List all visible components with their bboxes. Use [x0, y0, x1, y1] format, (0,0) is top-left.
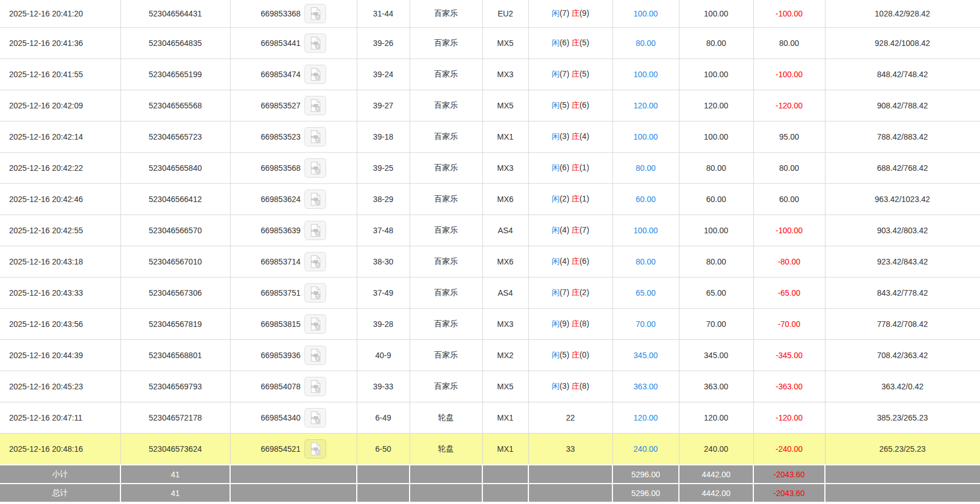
bet-time: 2025-12-16 20:44:39 — [0, 340, 120, 371]
valid-bet-amount[interactable]: 80.00 — [612, 28, 679, 59]
summary-empty-cell — [825, 465, 980, 484]
table-row: 2025-12-16 20:42:55 523046566570 6698536… — [0, 215, 980, 246]
round-number: 6-49 — [357, 402, 410, 434]
game-result: 闲(2) 庄(1) — [528, 184, 612, 215]
win-loss-amount: -70.00 — [753, 309, 825, 340]
valid-bet-amount[interactable]: 345.00 — [612, 340, 679, 371]
video-replay-icon — [309, 317, 322, 331]
video-replay-button[interactable] — [305, 127, 326, 146]
valid-bet-amount[interactable]: 80.00 — [612, 153, 679, 184]
valid-bet-amount[interactable]: 240.00 — [612, 434, 679, 465]
game-id-cell: 669853527 — [230, 90, 357, 121]
game-type: 轮盘 — [410, 434, 482, 465]
bet-id: 523046572178 — [120, 402, 230, 434]
valid-bet-amount[interactable]: 100.00 — [612, 215, 679, 246]
game-id-cell: 669853815 — [230, 309, 357, 340]
balance-before-after: 688.42/768.42 — [825, 153, 980, 184]
game-id: 669853936 — [261, 351, 301, 360]
video-replay-button[interactable] — [305, 377, 326, 396]
valid-bet-amount[interactable]: 100.00 — [612, 121, 679, 153]
table-code: AS4 — [482, 215, 528, 246]
valid-bet-amount[interactable]: 120.00 — [612, 402, 679, 434]
game-result: 闲(5) 庄(6) — [528, 90, 612, 121]
win-loss-amount: -65.00 — [753, 278, 825, 309]
summary-win-loss: -2043.60 — [753, 484, 825, 502]
bet-amount: 100.00 — [679, 121, 753, 153]
video-replay-button[interactable] — [305, 408, 326, 427]
video-replay-button[interactable] — [305, 346, 326, 365]
bet-amount: 120.00 — [679, 402, 753, 434]
summary-valid-bet: 5296.00 — [612, 465, 679, 484]
valid-bet-amount[interactable]: 100.00 — [612, 0, 679, 28]
video-replay-button[interactable] — [305, 221, 326, 240]
summary-label: 小计 — [0, 465, 120, 484]
round-number: 37-49 — [357, 278, 410, 309]
win-loss-amount: -120.00 — [753, 90, 825, 121]
game-result: 闲(7) 庄(5) — [528, 59, 612, 90]
game-type: 百家乐 — [410, 59, 482, 90]
video-replay-button[interactable] — [305, 96, 326, 115]
balance-before-after: 385.23/265.23 — [825, 402, 980, 434]
valid-bet-amount[interactable]: 100.00 — [612, 59, 679, 90]
win-loss-amount: -345.00 — [753, 340, 825, 371]
game-type: 百家乐 — [410, 184, 482, 215]
game-id: 669853523 — [261, 132, 301, 141]
bet-id: 523046565199 — [120, 59, 230, 90]
valid-bet-amount[interactable]: 80.00 — [612, 246, 679, 278]
bet-time: 2025-12-16 20:43:56 — [0, 309, 120, 340]
table-row: 2025-12-16 20:43:33 523046567306 6698537… — [0, 278, 980, 309]
table-code: MX3 — [482, 59, 528, 90]
video-replay-button[interactable] — [305, 252, 326, 271]
summary-empty-cell — [528, 484, 612, 502]
round-number: 6-50 — [357, 434, 410, 465]
video-replay-button[interactable] — [305, 314, 326, 334]
video-replay-button[interactable] — [305, 283, 326, 303]
video-replay-icon — [309, 161, 322, 175]
balance-before-after: 963.42/1023.42 — [825, 184, 980, 215]
video-replay-button[interactable] — [305, 439, 326, 459]
valid-bet-amount[interactable]: 60.00 — [612, 184, 679, 215]
bet-time: 2025-12-16 20:41:55 — [0, 59, 120, 90]
balance-before-after: 265.23/25.23 — [825, 434, 980, 465]
table-row: 2025-12-16 20:41:20 523046564431 6698533… — [0, 0, 980, 28]
valid-bet-amount[interactable]: 65.00 — [612, 278, 679, 309]
game-id: 669853368 — [261, 9, 301, 18]
summary-empty-cell — [482, 484, 528, 502]
video-replay-button[interactable] — [305, 190, 326, 209]
bet-time: 2025-12-16 20:43:18 — [0, 246, 120, 278]
game-id: 669854340 — [261, 413, 301, 422]
table-code: MX5 — [482, 28, 528, 59]
video-replay-button[interactable] — [305, 33, 326, 53]
bet-amount: 240.00 — [679, 434, 753, 465]
valid-bet-amount[interactable]: 70.00 — [612, 309, 679, 340]
game-id-cell: 669854078 — [230, 371, 357, 402]
round-number: 31-44 — [357, 0, 410, 28]
balance-before-after: 843.42/778.42 — [825, 278, 980, 309]
valid-bet-amount[interactable]: 120.00 — [612, 90, 679, 121]
round-number: 38-30 — [357, 246, 410, 278]
video-replay-button[interactable] — [305, 65, 326, 84]
balance-before-after: 778.42/708.42 — [825, 309, 980, 340]
game-id-cell: 669853441 — [230, 28, 357, 59]
bet-id: 523046566412 — [120, 184, 230, 215]
bet-id: 523046564431 — [120, 0, 230, 28]
game-id-cell: 669853568 — [230, 153, 357, 184]
table-code: AS4 — [482, 278, 528, 309]
game-id: 669853714 — [261, 257, 301, 266]
video-replay-button[interactable] — [305, 4, 326, 23]
bet-time: 2025-12-16 20:42:46 — [0, 184, 120, 215]
video-replay-icon — [309, 192, 322, 206]
table-code: EU2 — [482, 0, 528, 28]
game-id: 669854521 — [261, 444, 301, 453]
game-id: 669853441 — [261, 39, 301, 48]
round-number: 40-9 — [357, 340, 410, 371]
summary-empty-cell — [230, 465, 357, 484]
video-replay-button[interactable] — [305, 158, 326, 178]
bet-id: 523046573624 — [120, 434, 230, 465]
balance-before-after: 903.42/803.42 — [825, 215, 980, 246]
valid-bet-amount[interactable]: 363.00 — [612, 371, 679, 402]
bet-id: 523046569793 — [120, 371, 230, 402]
game-id-cell: 669853474 — [230, 59, 357, 90]
video-replay-icon — [309, 286, 322, 300]
summary-empty-cell — [482, 465, 528, 484]
